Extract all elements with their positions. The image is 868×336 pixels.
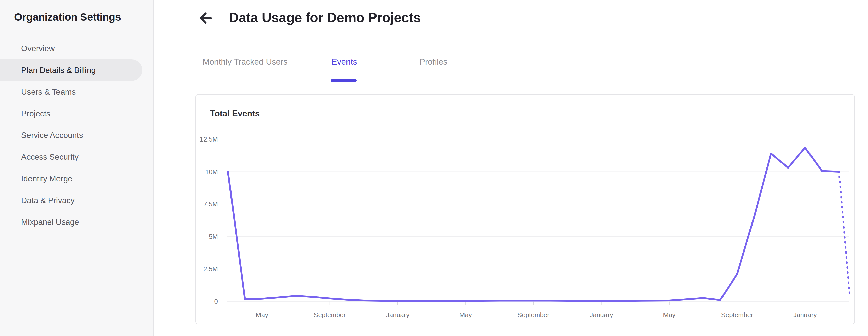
y-axis-label: 0 [214, 298, 218, 305]
events-line [228, 148, 839, 301]
sidebar-item-users-teams[interactable]: Users & Teams [0, 81, 143, 103]
x-axis-label: January [386, 311, 409, 318]
sidebar-nav-list: OverviewPlan Details & BillingUsers & Te… [0, 38, 153, 233]
sidebar-item-plan-details-billing[interactable]: Plan Details & Billing [0, 59, 143, 81]
events-line-projection [839, 172, 849, 295]
x-axis-label: January [590, 311, 613, 318]
y-axis-label: 7.5M [203, 200, 218, 208]
x-axis-label: May [256, 311, 268, 318]
tab-bar-divider [196, 81, 855, 81]
active-tab-underline [331, 79, 356, 82]
page: Organization Settings OverviewPlan Detai… [0, 0, 868, 336]
x-axis-label: September [518, 311, 550, 318]
sidebar-item-overview[interactable]: Overview [0, 38, 143, 59]
card-title: Total Events [210, 109, 260, 118]
sidebar-item-service-accounts[interactable]: Service Accounts [0, 124, 143, 146]
y-axis-label: 5M [209, 233, 218, 240]
page-title: Data Usage for Demo Projects [229, 9, 421, 25]
x-axis-label: May [663, 311, 675, 318]
tab-events[interactable]: Events [332, 56, 357, 68]
x-axis-label: January [793, 311, 817, 318]
total-events-card: Total Events 12.5M10M7.5M5M2.5M0MaySepte… [195, 94, 855, 325]
sidebar: Organization Settings OverviewPlan Detai… [0, 0, 154, 336]
sidebar-item-data-privacy[interactable]: Data & Privacy [0, 189, 143, 211]
sidebar-item-projects[interactable]: Projects [0, 103, 143, 124]
sidebar-nav: OverviewPlan Details & BillingUsers & Te… [0, 38, 153, 233]
total-events-chart[interactable]: 12.5M10M7.5M5M2.5M0MaySeptemberJanuaryMa… [196, 132, 855, 324]
x-axis-label: May [460, 311, 472, 318]
arrow-left-icon [199, 11, 212, 26]
y-axis-label: 2.5M [203, 265, 218, 273]
sidebar-item-mixpanel-usage[interactable]: Mixpanel Usage [0, 211, 143, 233]
tab-monthly-tracked-users[interactable]: Monthly Tracked Users [203, 56, 287, 68]
tab-profiles[interactable]: Profiles [420, 56, 447, 68]
sidebar-title: Organization Settings [14, 10, 153, 24]
y-axis-label: 12.5M [200, 136, 218, 143]
y-axis-label: 10M [205, 168, 218, 176]
sidebar-item-access-security[interactable]: Access Security [0, 146, 143, 168]
x-axis-label: September [314, 311, 346, 318]
card-header: Total Events [196, 95, 855, 132]
sidebar-item-identity-merge[interactable]: Identity Merge [0, 168, 143, 189]
x-axis-label: September [721, 311, 753, 318]
back-button[interactable] [199, 11, 213, 26]
